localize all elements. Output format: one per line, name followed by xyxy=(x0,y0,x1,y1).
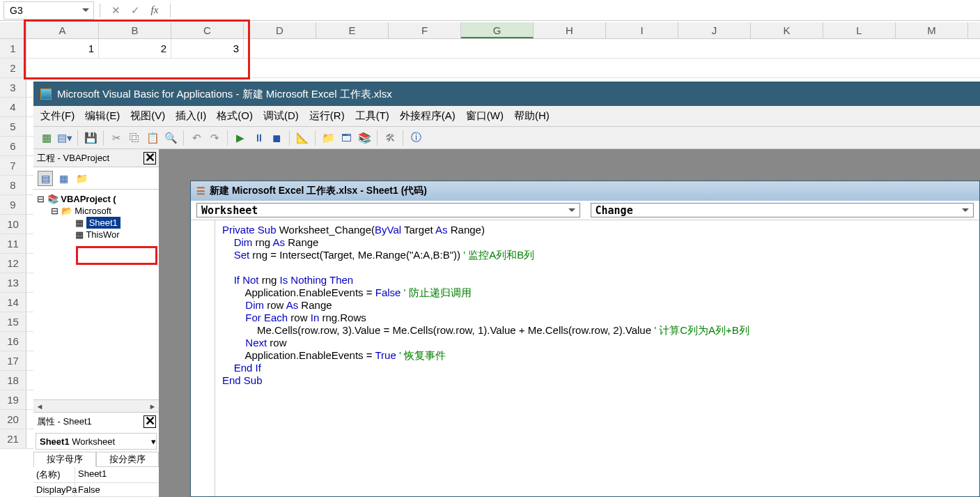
column-headers: A B C D E F G H I J K L M xyxy=(0,22,980,39)
row-head[interactable]: 19 xyxy=(0,390,26,409)
tree-folder[interactable]: ⊟ 📂 Microsoft xyxy=(37,205,155,217)
scroll-left-icon[interactable]: ◄ xyxy=(33,402,46,411)
view-obj-icon[interactable]: ▦ xyxy=(56,171,71,186)
undo-icon[interactable]: ↶ xyxy=(189,130,204,146)
object-combo[interactable]: Worksheet xyxy=(196,203,580,217)
col-k[interactable]: K xyxy=(751,22,823,38)
menu-insert[interactable]: 插入(I) xyxy=(176,109,206,123)
row-head[interactable]: 12 xyxy=(0,254,26,273)
row-head-1[interactable]: 1 xyxy=(0,39,26,58)
find-icon[interactable]: 🔍 xyxy=(163,130,178,146)
col-l[interactable]: L xyxy=(823,22,896,38)
save-icon[interactable]: 💾 xyxy=(83,130,98,146)
row-head[interactable]: 21 xyxy=(0,429,26,448)
col-b[interactable]: B xyxy=(99,22,171,38)
row-head[interactable]: 3 xyxy=(0,78,26,97)
menu-window[interactable]: 窗口(W) xyxy=(466,109,504,123)
tree-root[interactable]: ⊟ 📚 VBAProject ( xyxy=(37,193,155,205)
name-box[interactable]: G3 xyxy=(3,1,94,20)
menu-addins[interactable]: 外接程序(A) xyxy=(400,109,456,123)
separator xyxy=(183,130,184,146)
row-head[interactable]: 2 xyxy=(0,59,26,77)
row-head[interactable]: 15 xyxy=(0,312,26,331)
code-icon: ☰ xyxy=(196,185,205,197)
col-a[interactable]: A xyxy=(26,22,99,38)
col-f[interactable]: F xyxy=(389,22,461,38)
toolbox-icon[interactable]: 🛠 xyxy=(382,130,398,146)
select-all-corner[interactable] xyxy=(0,22,26,38)
prop-name[interactable]: (名称)Sheet1 xyxy=(33,467,159,483)
project-tree[interactable]: ⊟ 📚 VBAProject ( ⊟ 📂 Microsoft ▦ Sheet1 … xyxy=(33,190,159,399)
props-close-icon[interactable]: ✕ xyxy=(143,415,156,428)
col-d[interactable]: D xyxy=(244,22,316,38)
menu-format[interactable]: 格式(O) xyxy=(217,109,253,123)
cut-icon[interactable]: ✂ xyxy=(109,130,124,146)
tab-alphabetic[interactable]: 按字母序 xyxy=(33,452,96,467)
col-m[interactable]: M xyxy=(896,22,968,38)
fx-icon[interactable]: fx xyxy=(148,3,162,17)
formula-bar: G3 ✕ ✓ fx xyxy=(0,0,980,21)
view-code-icon[interactable]: ▤ xyxy=(38,171,53,186)
tree-sheet1[interactable]: ▦ Sheet1 xyxy=(37,217,155,229)
cell-b1[interactable]: 2 xyxy=(99,39,171,58)
project-hscroll[interactable]: ◄► xyxy=(33,399,159,412)
row-head[interactable]: 9 xyxy=(0,195,26,214)
project-icon[interactable]: 📁 xyxy=(320,130,336,146)
folder-icon[interactable]: 📁 xyxy=(74,171,89,186)
paste-icon[interactable]: 📋 xyxy=(145,130,160,146)
procedure-combo[interactable]: Change xyxy=(591,203,974,217)
vbe-titlebar[interactable]: Microsoft Visual Basic for Applications … xyxy=(33,82,980,106)
browser-icon[interactable]: 📚 xyxy=(357,130,372,146)
tab-categorized[interactable]: 按分类序 xyxy=(96,452,159,467)
separator xyxy=(315,130,316,146)
redo-icon[interactable]: ↷ xyxy=(207,130,222,146)
menu-file[interactable]: 文件(F) xyxy=(40,109,75,123)
code-titlebar[interactable]: ☰ 新建 Microsoft Excel 工作表.xlsx - Sheet1 (… xyxy=(191,181,979,201)
design-icon[interactable]: 📐 xyxy=(295,130,310,146)
row-head[interactable]: 5 xyxy=(0,117,26,136)
menu-debug[interactable]: 调试(D) xyxy=(263,109,299,123)
col-h[interactable]: H xyxy=(534,22,606,38)
confirm-icon[interactable]: ✓ xyxy=(128,3,142,17)
copy-icon[interactable]: ⿻ xyxy=(127,130,142,146)
help-icon[interactable]: ⓘ xyxy=(408,130,423,146)
row-head[interactable]: 13 xyxy=(0,273,26,292)
insert-form-icon[interactable]: ▤▾ xyxy=(57,130,72,146)
stop-icon[interactable]: ◼ xyxy=(269,130,284,146)
row-head[interactable]: 6 xyxy=(0,137,26,155)
props-object-combo[interactable]: Sheet1 Worksheet ▾ xyxy=(36,433,157,450)
row-head[interactable]: 4 xyxy=(0,98,26,116)
excel-icon[interactable]: ▦ xyxy=(39,130,54,146)
row-head[interactable]: 18 xyxy=(0,371,26,390)
prop-displaypage[interactable]: DisplayPaFalse xyxy=(33,483,159,497)
row-head[interactable]: 16 xyxy=(0,332,26,351)
code-editor[interactable]: Private Sub Worksheet_Change(ByVal Targe… xyxy=(215,220,979,496)
pause-icon[interactable]: ⏸ xyxy=(251,130,266,146)
col-j[interactable]: J xyxy=(678,22,751,38)
menu-view[interactable]: 视图(V) xyxy=(130,109,165,123)
col-e[interactable]: E xyxy=(316,22,389,38)
menu-tools[interactable]: 工具(T) xyxy=(355,109,389,123)
col-i[interactable]: I xyxy=(606,22,678,38)
col-c[interactable]: C xyxy=(171,22,244,38)
col-g[interactable]: G xyxy=(461,22,534,38)
run-icon[interactable]: ▶ xyxy=(233,130,248,146)
menu-run[interactable]: 运行(R) xyxy=(309,109,345,123)
cell-c1[interactable]: 3 xyxy=(171,39,244,58)
tree-thisworkbook[interactable]: ▦ ThisWor xyxy=(37,229,155,240)
project-close-icon[interactable]: ✕ xyxy=(143,152,156,165)
cell-a1[interactable]: 1 xyxy=(26,39,99,58)
row-head[interactable]: 10 xyxy=(0,215,26,234)
cancel-icon[interactable]: ✕ xyxy=(109,3,123,17)
row-head[interactable]: 17 xyxy=(0,351,26,370)
scroll-right-icon[interactable]: ► xyxy=(146,402,159,411)
menu-help[interactable]: 帮助(H) xyxy=(514,109,550,123)
row-head[interactable]: 8 xyxy=(0,176,26,194)
menu-edit[interactable]: 编辑(E) xyxy=(85,109,120,123)
separator xyxy=(103,130,104,146)
row-head[interactable]: 14 xyxy=(0,293,26,312)
row-head[interactable]: 7 xyxy=(0,156,26,175)
row-head[interactable]: 20 xyxy=(0,410,26,429)
props-icon[interactable]: 🗔 xyxy=(339,130,354,146)
row-head[interactable]: 11 xyxy=(0,234,26,253)
